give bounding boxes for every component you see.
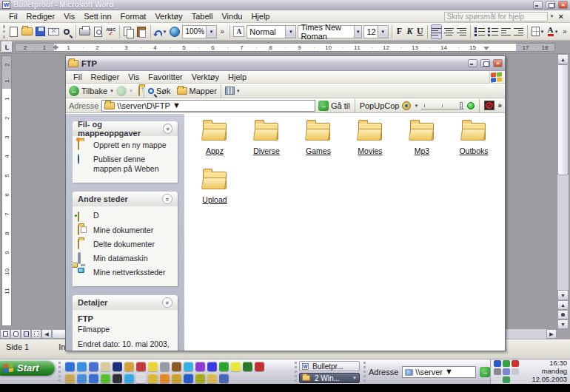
quick-launch-icon[interactable] xyxy=(77,374,87,383)
quick-launch-icon[interactable] xyxy=(65,362,75,371)
close-icon[interactable]: × xyxy=(557,12,566,21)
quick-launch-icon[interactable] xyxy=(101,374,110,383)
views-button[interactable]: ▼ xyxy=(225,87,241,95)
web-layout-view-button[interactable] xyxy=(10,329,21,339)
quick-launch-icon[interactable] xyxy=(101,362,110,371)
paste-button[interactable] xyxy=(136,24,147,39)
taskbar-divider[interactable] xyxy=(58,362,61,382)
explorer-menu-item[interactable]: Rediger xyxy=(87,72,124,82)
chevron-down-icon[interactable]: ▼ xyxy=(550,14,554,18)
back-button[interactable]: ← xyxy=(69,86,79,96)
quick-launch-icon[interactable] xyxy=(207,374,217,383)
folders-button[interactable]: Mapper xyxy=(177,87,217,95)
print-preview-button[interactable] xyxy=(93,24,104,39)
quick-launch-icon[interactable] xyxy=(65,374,75,383)
open-button[interactable] xyxy=(21,24,33,39)
font-color-button[interactable]: A▼ xyxy=(547,24,560,39)
tray-icon[interactable] xyxy=(512,368,519,375)
folder-item[interactable]: Games xyxy=(292,121,344,167)
popup-blocked-icon[interactable] xyxy=(484,101,494,110)
quick-launch-icon[interactable] xyxy=(172,362,181,371)
word-menu-item[interactable]: Sett inn xyxy=(79,11,115,21)
forward-dropdown-icon[interactable]: ▼ xyxy=(129,89,133,93)
explorer-maximize-button[interactable] xyxy=(480,59,490,67)
taskbar-divider[interactable] xyxy=(295,362,297,382)
font-size-combo[interactable]: 12 ▼ xyxy=(363,25,388,38)
chevron-down-icon[interactable]: ▼ xyxy=(206,26,216,38)
next-page-button[interactable]: ▼ xyxy=(557,320,569,329)
explorer-minimize-button[interactable] xyxy=(468,59,477,67)
tray-icon[interactable] xyxy=(494,360,501,367)
align-center-button[interactable] xyxy=(443,24,455,39)
word-menu-item[interactable]: Tabell xyxy=(187,11,218,21)
quick-launch-icon[interactable] xyxy=(113,374,122,383)
print-button[interactable] xyxy=(78,24,91,39)
task-item[interactable]: Opprett en ny mappe xyxy=(78,141,172,150)
toolbar-drag-handle[interactable] xyxy=(3,25,5,38)
zoom-combo[interactable]: 100% ▼ xyxy=(182,25,217,38)
start-button[interactable]: Start xyxy=(0,360,55,376)
copy-button[interactable] xyxy=(123,24,135,39)
email-button[interactable] xyxy=(47,24,60,39)
horizontal-ruler[interactable]: 21 123456789101112131415 1718 xyxy=(15,43,555,52)
file-tasks-header[interactable]: Fil- og mappeoppgaver » xyxy=(73,121,178,136)
normal-view-button[interactable] xyxy=(0,329,10,339)
increase-indent-button[interactable] xyxy=(513,24,524,39)
quick-launch-icon[interactable] xyxy=(172,374,181,383)
styles-button[interactable]: A xyxy=(232,24,245,39)
other-places-header[interactable]: Andre steder » xyxy=(73,192,178,206)
tray-icon[interactable] xyxy=(494,376,501,383)
toolbar-overflow-button[interactable]: » xyxy=(560,24,569,39)
select-browse-object-button[interactable] xyxy=(557,310,569,320)
explorer-menu-item[interactable]: Favoritter xyxy=(144,72,187,82)
explorer-file-area[interactable]: Appz Diverse Games xyxy=(184,114,505,351)
explorer-titlebar[interactable]: FTP × xyxy=(66,56,505,71)
word-menu-item[interactable]: Vis xyxy=(59,11,79,21)
quick-launch-icon[interactable] xyxy=(77,362,87,371)
collapse-chevron-icon[interactable]: » xyxy=(162,194,172,204)
popupcop-dropdown-icon[interactable]: ▼ xyxy=(414,104,418,108)
place-item[interactable]: Mine dokumenter xyxy=(78,226,172,235)
taskbar-divider[interactable] xyxy=(363,362,366,382)
back-dropdown-icon[interactable]: ▼ xyxy=(110,89,114,93)
folder-item[interactable]: Upload xyxy=(189,170,241,216)
help-question-input[interactable]: Skriv spørsmål for hjelp xyxy=(444,12,548,21)
popupcop-badge-icon[interactable] xyxy=(402,101,411,110)
underline-button[interactable]: U xyxy=(415,24,424,39)
toolbar-overflow-icon[interactable]: » xyxy=(497,101,502,109)
place-item[interactable]: Mine nettverkssteder xyxy=(78,268,172,277)
details-header[interactable]: Detaljer » xyxy=(73,295,178,310)
task-item[interactable]: Publiser denne mappen på Weben xyxy=(78,155,172,174)
vertical-ruler[interactable]: 21 1234567891011 xyxy=(1,55,12,326)
new-document-button[interactable] xyxy=(8,24,19,39)
folder-item[interactable]: Outboks xyxy=(448,121,500,167)
scrollbar-thumb[interactable] xyxy=(557,64,569,175)
align-left-button[interactable] xyxy=(431,24,442,39)
collapse-chevron-icon[interactable]: » xyxy=(162,297,172,308)
print-layout-view-button[interactable] xyxy=(21,329,31,339)
quick-launch-icon[interactable] xyxy=(136,362,146,371)
explorer-menu-item[interactable]: Hjelp xyxy=(224,72,251,82)
word-menu-item[interactable]: Format xyxy=(116,11,151,21)
quick-launch-icon[interactable] xyxy=(219,362,229,371)
tray-icon[interactable] xyxy=(503,376,510,383)
quick-launch-icon[interactable] xyxy=(148,362,158,371)
outline-view-button[interactable] xyxy=(31,329,41,339)
word-menu-item[interactable]: Hjelp xyxy=(247,11,274,21)
slider-handle[interactable] xyxy=(460,102,463,109)
tray-icon[interactable] xyxy=(503,368,510,375)
search-button[interactable]: Søk xyxy=(148,87,171,95)
quick-launch-icon[interactable] xyxy=(184,362,193,371)
word-menu-item[interactable]: Verktøy xyxy=(150,11,187,21)
quick-launch-icon[interactable] xyxy=(89,362,98,371)
folder-item[interactable]: Mp3 xyxy=(396,121,448,167)
folder-item[interactable]: Diverse xyxy=(241,121,292,167)
word-minimize-button[interactable] xyxy=(533,1,543,9)
quick-launch-icon[interactable] xyxy=(207,362,217,371)
quick-launch-icon[interactable] xyxy=(160,374,170,383)
word-titlebar[interactable]: W Bulletproof - Microsoft Word × xyxy=(0,0,570,10)
previous-page-button[interactable]: ▲ xyxy=(557,300,569,310)
quick-launch-icon[interactable] xyxy=(243,362,252,371)
hanging-indent-marker[interactable] xyxy=(53,47,58,53)
quick-launch-icon[interactable] xyxy=(195,362,205,371)
